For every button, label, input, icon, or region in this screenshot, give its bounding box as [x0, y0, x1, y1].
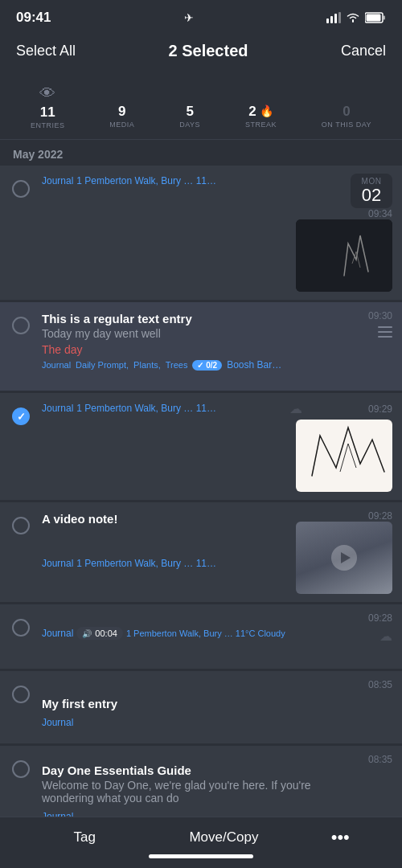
entry-7-checkbox[interactable] — [12, 760, 30, 778]
entry-5-checkbox-area[interactable] — [0, 604, 42, 669]
signal-icon — [326, 12, 341, 23]
svg-rect-6 — [366, 14, 380, 22]
svg-rect-8 — [378, 326, 392, 328]
location-icon: ✈ — [184, 11, 194, 24]
status-time: 09:41 — [16, 10, 51, 26]
svg-rect-2 — [334, 14, 337, 23]
stat-entries: 👁 11 ENTRIES — [31, 84, 65, 129]
entry-5-checkbox[interactable] — [12, 619, 30, 637]
entry-3-content: Journal 1 Pemberton Walk, Bury … 11… — [42, 393, 289, 500]
entry-7-body: Welcome to Day One, we're glad you're he… — [42, 779, 330, 805]
svg-rect-1 — [330, 16, 333, 23]
stat-on-this-day: 0 ON THIS DAY — [322, 86, 371, 129]
flame-icon: 🔥 — [260, 104, 273, 117]
entries-list: Journal 1 Pemberton Walk, Bury … 11… MON… — [0, 166, 402, 850]
table-row[interactable]: A video note! Journal 1 Pemberton Walk, … — [0, 502, 402, 602]
entry-7-title: Day One Essentials Guide — [42, 764, 330, 777]
entry-1-thumbnail — [296, 219, 392, 292]
entry-6-checkbox[interactable] — [12, 686, 30, 703]
entry-4-title: A video note! — [42, 512, 281, 526]
entry-3-checkbox-area[interactable] — [0, 393, 42, 500]
stat-entries-number: 11 — [40, 105, 55, 119]
entry-1-journal: Journal — [42, 175, 73, 186]
entry-2-time: 09:30 — [368, 310, 392, 321]
wifi-icon — [346, 12, 360, 23]
entry-5-right: 09:28 ☁ — [338, 604, 402, 669]
home-indicator — [149, 854, 253, 858]
bottom-toolbar: Tag Move/Copy ••• — [0, 817, 402, 868]
entry-1-content: Journal 1 Pemberton Walk, Bury … 11… — [42, 166, 289, 300]
table-row[interactable]: Journal 🔊 00:04 1 Pemberton Walk, Bury …… — [0, 604, 402, 669]
entry-2-tags: Journal Daily Prompt, Plants, Trees ✓ 0/… — [42, 359, 330, 371]
entry-4-journal: Journal — [42, 558, 73, 569]
entry-2-right: 09:30 — [338, 302, 402, 391]
entry-2-checkbox[interactable] — [12, 317, 30, 334]
stats-bar: 👁 11 ENTRIES 9 MEDIA 5 DAYS 2 🔥 STREAK 0… — [0, 72, 402, 140]
sketch-3-svg — [296, 420, 392, 492]
stat-days-number: 5 — [186, 104, 193, 118]
table-row[interactable]: This is a regular text entry Today my da… — [0, 302, 402, 391]
top-nav: Select All 2 Selected Cancel — [0, 32, 402, 72]
entry-1-date-badge: MON 02 — [351, 174, 392, 208]
cloud-icon-3: ☁ — [289, 401, 302, 416]
table-row[interactable]: Journal 1 Pemberton Walk, Bury … 11… ☁ 0… — [0, 393, 402, 500]
status-bar: 09:41 ✈ — [0, 0, 402, 32]
entry-4-checkbox-area[interactable] — [0, 502, 42, 602]
stat-media-label: MEDIA — [109, 121, 134, 129]
entry-1-time: 09:34 — [368, 208, 392, 219]
svg-rect-10 — [378, 336, 392, 338]
tag-trees-2: Trees — [166, 360, 188, 370]
stat-media-number: 9 — [118, 104, 125, 118]
section-header: May 2022 — [0, 140, 402, 166]
entry-6-journal: Journal — [42, 717, 73, 728]
cloud-icon-5: ☁ — [379, 628, 392, 644]
entry-3-thumbnail — [296, 420, 392, 492]
selected-count-label: 2 Selected — [169, 42, 248, 60]
table-row[interactable]: Journal 1 Pemberton Walk, Bury … 11… MON… — [0, 166, 402, 300]
entry-4-thumbnail — [296, 522, 392, 594]
entry-3-journal: Journal — [42, 403, 73, 414]
entry-5-location: 1 Pemberton Walk, Bury … 11°C Cloudy — [126, 628, 285, 638]
entry-4-time: 09:28 — [368, 510, 392, 522]
entry-5-time: 09:28 — [368, 612, 392, 624]
entry-1-day-num: 02 — [359, 186, 384, 205]
battery-icon — [365, 12, 386, 23]
entry-4-checkbox[interactable] — [12, 517, 30, 534]
tag-button[interactable]: Tag — [52, 829, 117, 845]
table-row[interactable]: My first entry Journal 08:35 — [0, 671, 402, 743]
svg-rect-0 — [326, 18, 329, 23]
cancel-button[interactable]: Cancel — [341, 43, 386, 59]
select-all-button[interactable]: Select All — [16, 43, 76, 59]
entry-7-time: 08:35 — [368, 754, 392, 765]
status-icons — [326, 12, 386, 23]
audio-icon: 🔊 — [82, 629, 92, 638]
move-copy-button[interactable]: Move/Copy — [189, 829, 258, 845]
entry-6-content: My first entry Journal — [42, 671, 338, 743]
entry-1-checkbox-area[interactable] — [0, 166, 42, 300]
entry-5-content: Journal 🔊 00:04 1 Pemberton Walk, Bury …… — [42, 604, 338, 669]
entry-3-checkbox[interactable] — [12, 407, 30, 425]
entry-6-right: 08:35 — [338, 671, 402, 743]
audio-duration: 00:04 — [95, 628, 117, 638]
entry-2-content: This is a regular text entry Today my da… — [42, 302, 338, 391]
entry-2-title: This is a regular text entry — [42, 312, 330, 326]
entry-1-checkbox[interactable] — [12, 180, 30, 198]
count-badge: ✓ 0/2 — [192, 360, 222, 371]
entry-6-checkbox-area[interactable] — [0, 671, 42, 743]
tag-trees: Plants, — [133, 360, 161, 370]
svg-rect-9 — [378, 331, 392, 333]
more-options-button[interactable]: ••• — [331, 827, 350, 848]
entry-2-checkbox-area[interactable] — [0, 302, 42, 391]
stat-streak: 2 🔥 STREAK — [245, 86, 277, 129]
location-boosh: Boosh Bar… — [227, 359, 281, 371]
stat-entries-label: ENTRIES — [31, 121, 65, 129]
entry-5-journal: Journal — [42, 628, 73, 639]
entry-1-location: 1 Pemberton Walk, Bury … 11… — [76, 175, 216, 186]
entry-4-right: 09:28 — [289, 502, 402, 602]
video-thumbnail — [296, 522, 392, 594]
sketch-1-svg — [296, 219, 392, 292]
svg-rect-7 — [296, 219, 392, 292]
stat-days-label: DAYS — [179, 121, 200, 129]
tag-plants: Daily Prompt, — [76, 360, 129, 370]
svg-rect-3 — [338, 12, 341, 23]
